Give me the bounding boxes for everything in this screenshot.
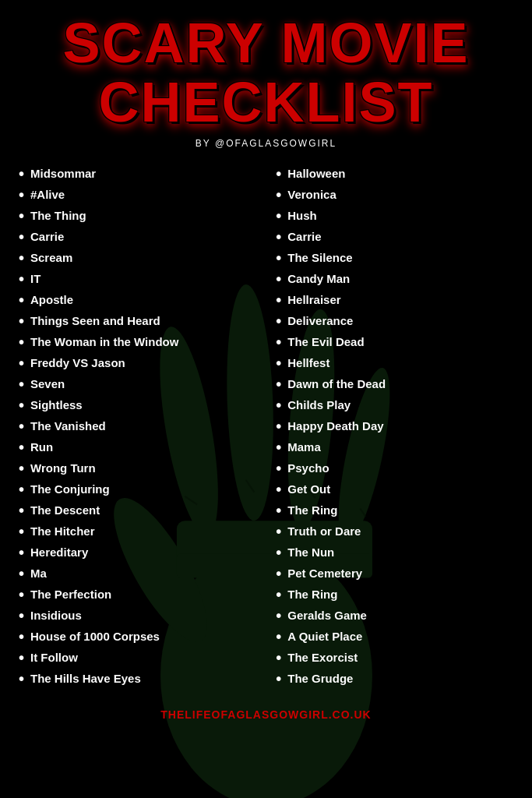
list-item: The Perfection <box>19 584 256 605</box>
list-item: The Exorcist <box>276 647 513 668</box>
list-item: Halloween <box>276 163 513 184</box>
list-item: Seven <box>19 373 256 394</box>
list-item: Hereditary <box>19 542 256 563</box>
list-item: #Alive <box>19 184 256 205</box>
list-item: It Follow <box>19 647 256 668</box>
list-item: Veronica <box>276 184 513 205</box>
list-item: Apostle <box>19 289 256 310</box>
list-item: Sightless <box>19 394 256 415</box>
list-item: The Ring <box>276 500 513 521</box>
list-item: The Woman in the Window <box>19 331 256 352</box>
list-item: Wrong Turn <box>19 457 256 478</box>
list-item: Geralds Game <box>276 605 513 626</box>
list-item: The Nun <box>276 542 513 563</box>
list-item: The Vanished <box>19 415 256 436</box>
list-item: The Thing <box>19 205 256 226</box>
list-item: Dawn of the Dead <box>276 373 513 394</box>
subtitle: BY @OFAGLASGOWGIRL <box>19 138 513 149</box>
list-item: The Hills Have Eyes <box>19 668 256 689</box>
list-item: Carrie <box>19 226 256 247</box>
list-item: Truth or Dare <box>276 521 513 542</box>
page-wrapper: SCARY MOVIE CHECKLIST BY @OFAGLASGOWGIRL… <box>0 0 532 798</box>
lists-container: Midsommar#AliveThe ThingCarrieScreamITAp… <box>19 163 513 689</box>
list-item: IT <box>19 268 256 289</box>
list-item: Carrie <box>276 226 513 247</box>
list-item: Hush <box>276 205 513 226</box>
list-item: Ma <box>19 563 256 584</box>
list-item: Pet Cemetery <box>276 563 513 584</box>
list-item: Hellfest <box>276 352 513 373</box>
footer: THELIFEOFAGLASGOWGIRL.CO.UK <box>19 708 513 731</box>
list-item: Scream <box>19 247 256 268</box>
list-item: House of 1000 Corpses <box>19 626 256 647</box>
list-item: Freddy VS Jason <box>19 352 256 373</box>
list-item: The Hitcher <box>19 521 256 542</box>
title-block: SCARY MOVIE CHECKLIST <box>19 14 513 132</box>
title-line2: CHECKLIST <box>19 73 513 132</box>
list-item: Things Seen and Heard <box>19 310 256 331</box>
footer-text: THELIFEOFAGLASGOWGIRL.CO.UK <box>160 708 371 721</box>
list-item: The Ring <box>276 584 513 605</box>
list-item: The Descent <box>19 500 256 521</box>
list-item: Mama <box>276 436 513 457</box>
list-item: The Silence <box>276 247 513 268</box>
list-item: Insidious <box>19 605 256 626</box>
list-item: Hellraiser <box>276 289 513 310</box>
list-item: The Grudge <box>276 668 513 689</box>
left-movie-list: Midsommar#AliveThe ThingCarrieScreamITAp… <box>19 163 256 689</box>
list-item: The Evil Dead <box>276 331 513 352</box>
main-content: SCARY MOVIE CHECKLIST BY @OFAGLASGOWGIRL… <box>0 0 532 747</box>
list-item: Get Out <box>276 478 513 500</box>
list-item: A Quiet Place <box>276 626 513 647</box>
list-item: Happy Death Day <box>276 415 513 436</box>
list-item: Midsommar <box>19 163 256 184</box>
list-item: Candy Man <box>276 268 513 289</box>
list-item: Psycho <box>276 457 513 478</box>
list-item: Deliverance <box>276 310 513 331</box>
right-movie-list: HalloweenVeronicaHushCarrieThe SilenceCa… <box>276 163 513 689</box>
title-line1: SCARY MOVIE <box>19 14 513 73</box>
list-item: Childs Play <box>276 394 513 415</box>
list-item: The Conjuring <box>19 478 256 500</box>
list-item: Run <box>19 436 256 457</box>
